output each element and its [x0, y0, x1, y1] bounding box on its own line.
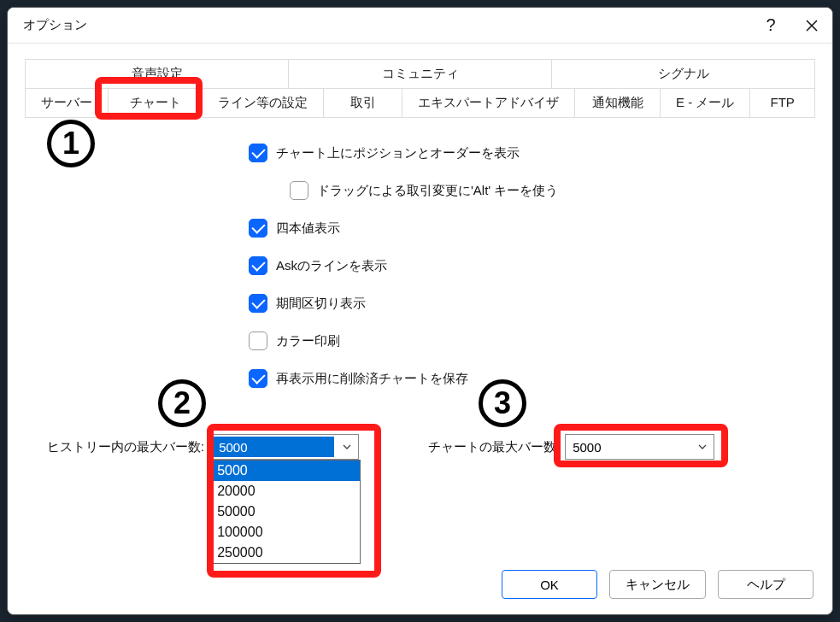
tab-community[interactable]: コミュニティ: [289, 60, 552, 89]
checkbox-row: Askのラインを表示: [249, 256, 807, 275]
tab-chart[interactable]: チャート: [109, 89, 203, 118]
help-button[interactable]: ヘルプ: [718, 570, 814, 599]
button-bar: OK キャンセル ヘルプ: [8, 558, 832, 614]
dropdown-option[interactable]: 20000: [210, 481, 360, 502]
tab-trade[interactable]: 取引: [324, 89, 402, 118]
checkbox-period-sep[interactable]: [249, 294, 267, 313]
checkbox-ask-line[interactable]: [249, 256, 267, 275]
chart-bars-group: チャートの最大バー数: 5000: [428, 434, 714, 460]
history-bars-combo[interactable]: 5000 5000 20000 50000 100000 250000: [209, 434, 359, 460]
checkbox-label: 四本値表示: [276, 220, 340, 237]
checkbox-label: ドラッグによる取引変更に'Alt' キーを使う: [317, 183, 558, 199]
checkbox-show-positions[interactable]: [249, 144, 267, 162]
cancel-button[interactable]: キャンセル: [609, 570, 706, 599]
history-bars-dropdown: 5000 20000 50000 100000 250000: [209, 460, 361, 564]
tab-server[interactable]: サーバー: [26, 89, 109, 118]
options-dialog: オプション ? 音声設定 コミュニティ シグナル サーバー チャート ライン等の…: [7, 7, 833, 615]
help-icon[interactable]: ?: [750, 8, 791, 44]
options-content: チャート上にポジションとオーダーを表示 ドラッグによる取引変更に'Alt' キー…: [8, 118, 832, 558]
chart-bars-label: チャートの最大バー数:: [428, 439, 560, 455]
checkbox-row: チャート上にポジションとオーダーを表示: [249, 144, 807, 162]
checkbox-label: 再表示用に削除済チャートを保存: [276, 371, 468, 387]
ok-button[interactable]: OK: [502, 570, 597, 599]
checkbox-row: 四本値表示: [249, 219, 807, 238]
dropdown-option[interactable]: 50000: [210, 502, 360, 522]
checkbox-save-deleted[interactable]: [249, 369, 267, 388]
chevron-down-icon[interactable]: [691, 435, 714, 459]
checkbox-label: チャート上にポジションとオーダーを表示: [276, 145, 520, 161]
tabs-row-bottom: サーバー チャート ライン等の設定 取引 エキスパートアドバイザ 通知機能 E …: [25, 89, 815, 118]
tabs-area: 音声設定 コミュニティ シグナル サーバー チャート ライン等の設定 取引 エキ…: [8, 44, 832, 118]
checkbox-row: カラー印刷: [249, 332, 807, 350]
tab-email[interactable]: E - メール: [661, 89, 750, 118]
checkbox-row: ドラッグによる取引変更に'Alt' キーを使う: [290, 181, 807, 200]
checkbox-color-print[interactable]: [249, 332, 267, 350]
checkbox-drag-alt[interactable]: [290, 181, 308, 200]
checkbox-label: 期間区切り表示: [276, 296, 366, 312]
tab-sound-settings[interactable]: 音声設定: [26, 60, 289, 89]
checkbox-row: 期間区切り表示: [249, 294, 807, 313]
tab-signal[interactable]: シグナル: [552, 60, 815, 89]
history-bars-label: ヒストリー内の最大バー数:: [47, 439, 204, 455]
tab-line-settings[interactable]: ライン等の設定: [203, 89, 324, 118]
chart-bars-combo[interactable]: 5000: [565, 434, 714, 460]
window-title: オプション: [23, 17, 87, 33]
dropdown-option[interactable]: 5000: [210, 461, 360, 481]
combo-value: 5000: [566, 440, 691, 455]
checkbox-label: カラー印刷: [276, 333, 340, 349]
checkbox-row: 再表示用に削除済チャートを保存: [249, 369, 807, 388]
tab-ftp[interactable]: FTP: [750, 89, 815, 118]
dropdown-option[interactable]: 100000: [210, 522, 360, 543]
checkbox-ohlc[interactable]: [249, 219, 267, 238]
dropdown-option[interactable]: 250000: [210, 543, 360, 563]
checkbox-label: Askのラインを表示: [276, 258, 387, 274]
close-icon[interactable]: [791, 8, 832, 44]
tabs-row-top: 音声設定 コミュニティ シグナル: [25, 59, 815, 89]
tab-expert-advisor[interactable]: エキスパートアドバイザ: [402, 89, 575, 118]
history-bars-group: ヒストリー内の最大バー数: 5000 5000 20000 50000 1000…: [47, 434, 359, 460]
chevron-down-icon[interactable]: [336, 435, 358, 459]
titlebar: オプション ?: [8, 8, 832, 44]
tab-notification[interactable]: 通知機能: [575, 89, 661, 118]
combo-value: 5000: [212, 437, 334, 457]
